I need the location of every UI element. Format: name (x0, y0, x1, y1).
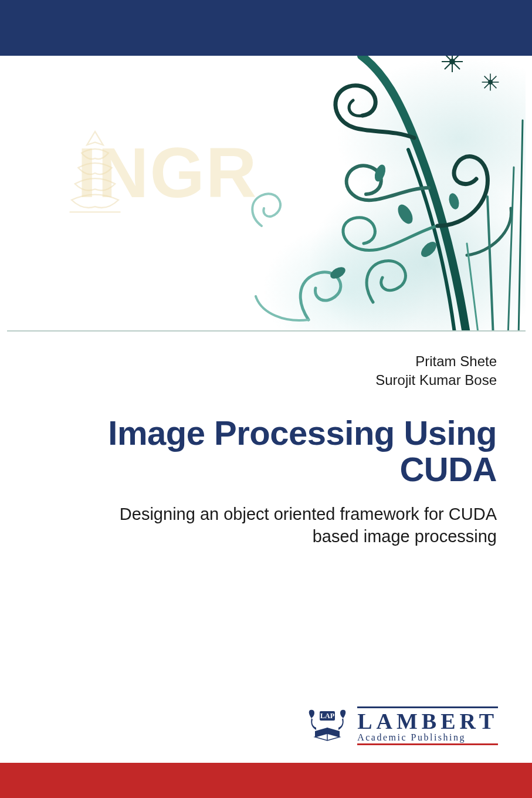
top-navy-bar (0, 0, 532, 56)
title-line: CUDA (53, 451, 497, 488)
svg-point-0 (395, 202, 415, 226)
publisher-text-block: LAMBERT Academic Publishing (357, 706, 498, 745)
author-name: Pritam Shete (53, 352, 497, 371)
text-content-block: Pritam Shete Surojit Kumar Bose Image Pr… (53, 352, 497, 547)
subtitle-line: Designing an object oriented framework f… (53, 503, 497, 526)
cover-art-panel: INGR (7, 56, 526, 332)
svg-point-9 (450, 59, 455, 64)
book-title: Image Processing Using CUDA (53, 415, 497, 488)
bottom-red-bar (0, 763, 532, 798)
author-name: Surojit Kumar Bose (53, 371, 497, 390)
title-line: Image Processing Using (53, 415, 497, 452)
publisher-block: LAP LAMBERT Academic Publishing (304, 706, 498, 745)
publisher-badge-text: LAP (320, 712, 334, 720)
publisher-logo-icon: LAP (304, 708, 350, 744)
svg-point-14 (488, 80, 492, 84)
svg-point-3 (447, 192, 460, 210)
publisher-tagline: Academic Publishing (357, 732, 498, 743)
svg-point-1 (372, 163, 387, 183)
book-subtitle: Designing an object oriented framework f… (53, 503, 497, 547)
subtitle-line: based image processing (53, 526, 497, 548)
author-list: Pritam Shete Surojit Kumar Bose (53, 352, 497, 390)
floral-swirl-art (162, 56, 526, 332)
publisher-name: LAMBERT (357, 710, 498, 732)
